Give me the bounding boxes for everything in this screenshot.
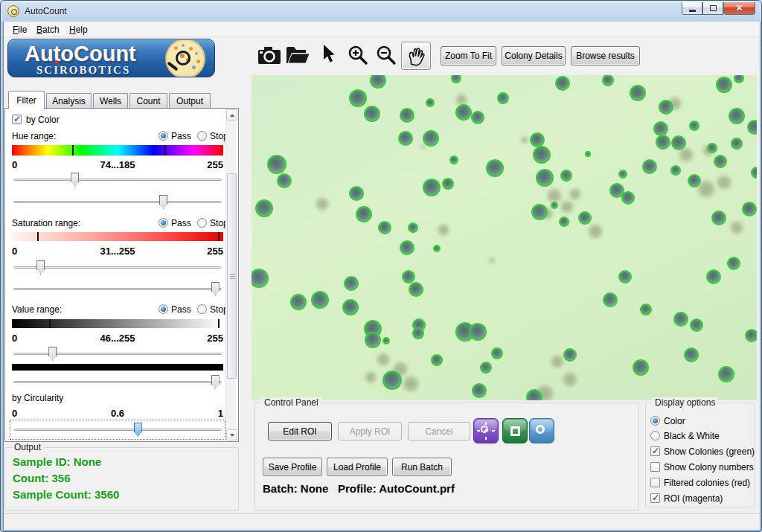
circle-icon xyxy=(536,425,545,434)
value-low-slider[interactable] xyxy=(12,347,223,362)
value-high-thumb[interactable] xyxy=(211,375,220,389)
zoom-out-button[interactable] xyxy=(376,45,397,65)
tab-analysis[interactable]: Analysis xyxy=(46,93,92,108)
zoom-in-button[interactable] xyxy=(348,45,368,65)
circularity-slider[interactable] xyxy=(12,423,223,438)
apply-roi-button[interactable]: Apply ROI xyxy=(338,422,402,440)
maximize-button[interactable] xyxy=(702,2,723,15)
colony-marker xyxy=(706,269,721,284)
colony-marker xyxy=(656,135,670,150)
saturation-high-thumb[interactable] xyxy=(211,282,220,296)
colony-marker xyxy=(370,75,386,89)
browse-results-button[interactable]: Browse results xyxy=(571,46,640,65)
menu-batch[interactable]: Batch xyxy=(33,24,63,36)
select-tool-button[interactable] xyxy=(322,44,336,65)
saturation-high-slider[interactable] xyxy=(12,282,223,297)
colony-marker xyxy=(731,138,743,150)
count-text: Count: 356 xyxy=(13,472,71,484)
colony-marker xyxy=(382,337,390,344)
batch-status-text: Batch: None xyxy=(263,482,328,495)
scroll-down-button[interactable] xyxy=(226,429,237,440)
output-group: Output Sample ID: None Count: 356 Sample… xyxy=(4,447,239,511)
colony-marker xyxy=(364,106,380,122)
minimize-button[interactable] xyxy=(682,2,702,15)
colony-marker xyxy=(630,85,646,101)
run-batch-button[interactable]: Run Batch xyxy=(392,458,452,476)
colony-marker xyxy=(640,304,652,315)
scroll-up-button[interactable] xyxy=(226,109,237,121)
save-profile-button[interactable]: Save Profile xyxy=(263,458,322,476)
tab-wells[interactable]: Wells xyxy=(93,93,128,108)
by-circularity-label: by Circularity xyxy=(12,393,63,403)
square-roi-button[interactable] xyxy=(502,418,528,443)
colony-marker xyxy=(618,170,627,179)
tab-filter[interactable]: Filter xyxy=(8,91,45,109)
show-colony-numbers-checkbox[interactable] xyxy=(650,462,660,472)
colony-marker xyxy=(408,222,418,233)
camera-button[interactable] xyxy=(257,45,281,65)
circle-roi-button[interactable] xyxy=(529,418,554,443)
filtered-colonies-checkbox[interactable] xyxy=(650,478,660,487)
specimen-image[interactable] xyxy=(252,75,757,400)
colony-details-button[interactable]: Colony Details xyxy=(502,46,566,65)
maximize-icon xyxy=(710,5,717,11)
colony-marker xyxy=(555,76,570,91)
menu-help[interactable]: Help xyxy=(66,24,91,36)
hue-low-slider[interactable] xyxy=(12,173,223,188)
hue-high-slider[interactable] xyxy=(12,195,223,210)
value-pass-radio[interactable] xyxy=(159,304,168,314)
close-icon: ✕ xyxy=(735,3,743,13)
tab-count[interactable]: Count xyxy=(129,93,167,108)
filter-panel: by Color Hue range: Pass Stop 074...1852… xyxy=(4,108,239,442)
output-group-title: Output xyxy=(11,442,44,452)
black-white-label: Black & White xyxy=(664,431,720,441)
zoom-to-fit-button[interactable]: Zoom To Fit xyxy=(441,46,496,65)
menu-file[interactable]: File xyxy=(10,24,30,36)
colony-marker xyxy=(277,173,292,188)
colony-marker xyxy=(342,299,359,315)
value-stop-radio[interactable] xyxy=(197,304,207,314)
close-button[interactable]: ✕ xyxy=(723,2,755,15)
colony-marker xyxy=(642,159,657,174)
value-low-thumb[interactable] xyxy=(48,347,57,361)
open-file-button[interactable] xyxy=(286,45,310,65)
colony-marker xyxy=(449,156,458,164)
filter-panel-scrollbar[interactable] xyxy=(225,109,237,440)
black-white-radio[interactable] xyxy=(650,431,660,440)
tab-output[interactable]: Output xyxy=(169,93,211,108)
hue-low-thumb[interactable] xyxy=(71,173,79,187)
unfiltered-blob xyxy=(403,376,419,392)
colony-marker xyxy=(491,347,503,359)
by-color-checkbox[interactable] xyxy=(12,115,22,124)
saturation-range-label: Saturation range: xyxy=(12,218,80,228)
show-colonies-checkbox[interactable] xyxy=(650,446,660,456)
saturation-low-thumb[interactable] xyxy=(36,260,45,275)
color-radio[interactable] xyxy=(650,416,660,426)
load-profile-button[interactable]: Load Profile xyxy=(327,458,388,476)
roi-magenta-checkbox[interactable] xyxy=(650,493,660,503)
folder-open-icon xyxy=(286,45,310,65)
target-tool-button[interactable] xyxy=(473,418,499,443)
control-panel-group: Control Panel Edit ROI Apply ROI Cancel … xyxy=(254,403,639,511)
cancel-button[interactable]: Cancel xyxy=(408,422,470,440)
hue-high-thumb[interactable] xyxy=(159,195,167,209)
value-high-slider[interactable] xyxy=(12,375,223,390)
square-icon xyxy=(510,426,520,436)
hue-pass-radio[interactable] xyxy=(159,131,168,141)
colony-marker xyxy=(442,178,454,190)
saturation-stop-radio[interactable] xyxy=(197,218,207,228)
roi-magenta-label: ROI (magenta) xyxy=(664,493,723,504)
pan-tool-button[interactable] xyxy=(401,42,431,70)
hue-high-tick xyxy=(164,145,166,156)
circularity-thumb[interactable] xyxy=(134,423,142,437)
saturation-pass-radio[interactable] xyxy=(159,218,168,228)
title-bar[interactable]: AutoCount ✕ xyxy=(1,1,761,22)
scrollbar-thumb[interactable] xyxy=(227,173,237,379)
unfiltered-blob xyxy=(489,257,495,263)
edit-roi-button[interactable]: Edit ROI xyxy=(268,422,332,440)
saturation-low-tick xyxy=(37,232,39,241)
saturation-low-slider[interactable] xyxy=(12,260,223,275)
colony-marker xyxy=(455,104,472,121)
menu-bar: File Batch Help xyxy=(4,22,760,37)
hue-stop-radio[interactable] xyxy=(197,131,207,141)
